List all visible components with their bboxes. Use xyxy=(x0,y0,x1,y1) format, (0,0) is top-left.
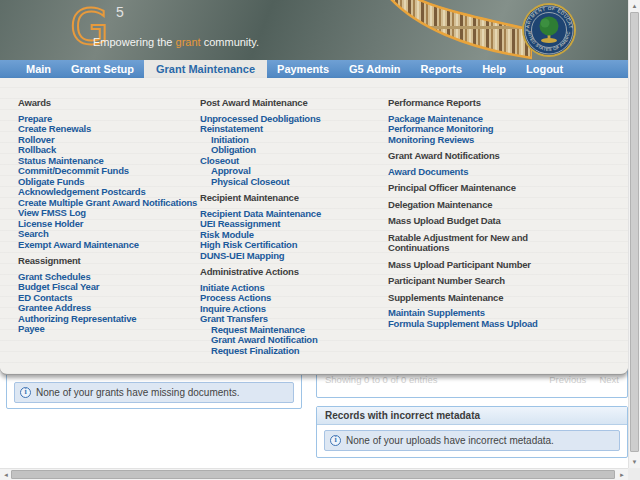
main-nav-bar: MainGrant SetupGrant MaintenancePayments… xyxy=(0,60,628,78)
menu-link-grant-transfers[interactable]: Grant Transfers xyxy=(200,314,382,325)
nav-tab-reports[interactable]: Reports xyxy=(411,60,473,78)
menu-header-grant-award-notifications: Grant Award Notifications xyxy=(388,151,540,162)
menu-link-physical-closeout[interactable]: Physical Closeout xyxy=(200,177,382,188)
menu-link-rollback[interactable]: Rollback xyxy=(18,145,198,156)
menu-header-mass-upload-participant-number[interactable]: Mass Upload Participant Number xyxy=(388,260,540,271)
menu-link-authorizing-representative[interactable]: Authorizing Representative xyxy=(18,314,198,325)
menu-link-payee[interactable]: Payee xyxy=(18,324,198,335)
menu-header-ratable-adjustment-for-new-and-continuations[interactable]: Ratable Adjustment for New and Continuat… xyxy=(388,233,540,254)
library-swoosh-graphic xyxy=(382,0,532,60)
menu-header-principal-officer-maintenance[interactable]: Principal Officer Maintenance xyxy=(388,183,540,194)
nav-tab-logout[interactable]: Logout xyxy=(516,60,573,78)
menu-link-exempt-award-maintenance[interactable]: Exempt Award Maintenance xyxy=(18,240,198,251)
menu-link-reinstatement[interactable]: Reinstatement xyxy=(200,124,382,135)
menu-column-post-award: Post Award MaintenanceUnprocessed Deobli… xyxy=(200,98,382,356)
menu-header-post-award-maintenance: Post Award Maintenance xyxy=(200,98,382,109)
menu-link-process-actions[interactable]: Process Actions xyxy=(200,293,382,304)
incorrect-metadata-panel-title: Records with incorrect metadata xyxy=(317,407,627,425)
missing-documents-info-text: None of your grants have missing documen… xyxy=(36,387,239,398)
banner: G 5 Empowering the grant community. DEPA… xyxy=(0,0,628,60)
tagline: Empowering the grant community. xyxy=(93,36,259,48)
menu-link-award-documents[interactable]: Award Documents xyxy=(388,167,548,178)
incorrect-metadata-panel: Records with incorrect metadata i None o… xyxy=(316,406,628,458)
menu-header-participant-number-search[interactable]: Participant Number Search xyxy=(388,276,540,287)
menu-link-duns-uei-mapping[interactable]: DUNS-UEI Mapping xyxy=(200,251,382,262)
menu-header-administrative-actions: Administrative Actions xyxy=(200,267,382,278)
incorrect-metadata-info-strip: i None of your uploads have incorrect me… xyxy=(324,430,620,451)
nav-tab-grant-maintenance[interactable]: Grant Maintenance xyxy=(144,60,267,78)
menu-link-monitoring-reviews[interactable]: Monitoring Reviews xyxy=(388,135,548,146)
info-icon: i xyxy=(20,387,31,398)
missing-documents-info-strip: i None of your grants have missing docum… xyxy=(14,382,294,403)
menu-link-uei-reassignment[interactable]: UEI Reassignment xyxy=(200,219,382,230)
grant-maintenance-menu-panel: AwardsPrepareCreate RenewalsRolloverRoll… xyxy=(0,78,628,375)
menu-link-create-renewals[interactable]: Create Renewals xyxy=(18,124,198,135)
menu-column-performance: Performance ReportsPackage MaintenancePe… xyxy=(388,98,548,329)
menu-link-budget-fiscal-year[interactable]: Budget Fiscal Year xyxy=(18,282,198,293)
menu-link-formula-supplement-mass-upload[interactable]: Formula Supplement Mass Upload xyxy=(388,319,548,330)
menu-link-view-fmss-log[interactable]: View FMSS Log xyxy=(18,208,198,219)
scroll-down-icon[interactable]: ▼ xyxy=(629,456,640,468)
nav-tab-help[interactable]: Help xyxy=(472,60,516,78)
info-icon: i xyxy=(330,435,341,446)
menu-link-performance-monitoring[interactable]: Performance Monitoring xyxy=(388,124,548,135)
horizontal-scrollbar[interactable]: ◄ ► xyxy=(0,468,628,480)
vertical-scrollbar[interactable]: ▲ ▼ xyxy=(628,0,640,468)
menu-header-delegation-maintenance[interactable]: Delegation Maintenance xyxy=(388,200,540,211)
menu-header-reassignment: Reassignment xyxy=(18,256,198,267)
missing-documents-panel: i None of your grants have missing docum… xyxy=(6,370,302,409)
horizontal-scrollbar-thumb[interactable] xyxy=(11,470,615,479)
scroll-up-icon[interactable]: ▲ xyxy=(629,0,640,12)
menu-header-awards: Awards xyxy=(18,98,198,109)
table-next-button[interactable]: Next xyxy=(599,374,619,385)
menu-header-performance-reports: Performance Reports xyxy=(388,98,540,109)
table-showing-entries-label: Showing 0 to 0 of 0 entries xyxy=(325,374,438,385)
department-of-education-seal-icon: DEPARTMENT OF EDUCATION UNITED STATES OF… xyxy=(521,2,577,58)
menu-link-approval[interactable]: Approval xyxy=(200,166,382,177)
menu-link-high-risk-certification[interactable]: High Risk Certification xyxy=(200,240,382,251)
menu-header-supplements-maintenance: Supplements Maintenance xyxy=(388,293,540,304)
g5-application-window: G 5 Empowering the grant community. DEPA… xyxy=(0,0,640,480)
menu-link-grant-award-notification[interactable]: Grant Award Notification xyxy=(200,335,382,346)
menu-link-commit-decommit-funds[interactable]: Commit/Decommit Funds xyxy=(18,166,198,177)
g5-logo-5: 5 xyxy=(116,4,125,20)
menu-link-search[interactable]: Search xyxy=(18,229,198,240)
menu-link-acknowledgement-postcards[interactable]: Acknowledgement Postcards xyxy=(18,187,198,198)
vertical-scrollbar-thumb[interactable] xyxy=(630,12,639,452)
menu-link-maintain-supplements[interactable]: Maintain Supplements xyxy=(388,308,548,319)
nav-tab-main[interactable]: Main xyxy=(16,60,61,78)
menu-link-request-finalization[interactable]: Request Finalization xyxy=(200,346,382,357)
scroll-right-icon[interactable]: ► xyxy=(616,469,628,480)
incorrect-metadata-info-text: None of your uploads have incorrect meta… xyxy=(346,435,554,446)
scrollbar-corner xyxy=(628,468,640,480)
nav-tab-grant-setup[interactable]: Grant Setup xyxy=(61,60,144,78)
menu-header-mass-upload-budget-data[interactable]: Mass Upload Budget Data xyxy=(388,216,540,227)
menu-header-recipient-maintenance: Recipient Maintenance xyxy=(200,193,382,204)
menu-link-grantee-address[interactable]: Grantee Address xyxy=(18,303,198,314)
nav-tab-payments[interactable]: Payments xyxy=(267,60,339,78)
nav-tab-g5-admin[interactable]: G5 Admin xyxy=(339,60,411,78)
menu-column-awards: AwardsPrepareCreate RenewalsRolloverRoll… xyxy=(18,98,198,335)
table-previous-button[interactable]: Previous xyxy=(549,374,586,385)
menu-link-obligation[interactable]: Obligation xyxy=(200,145,382,156)
